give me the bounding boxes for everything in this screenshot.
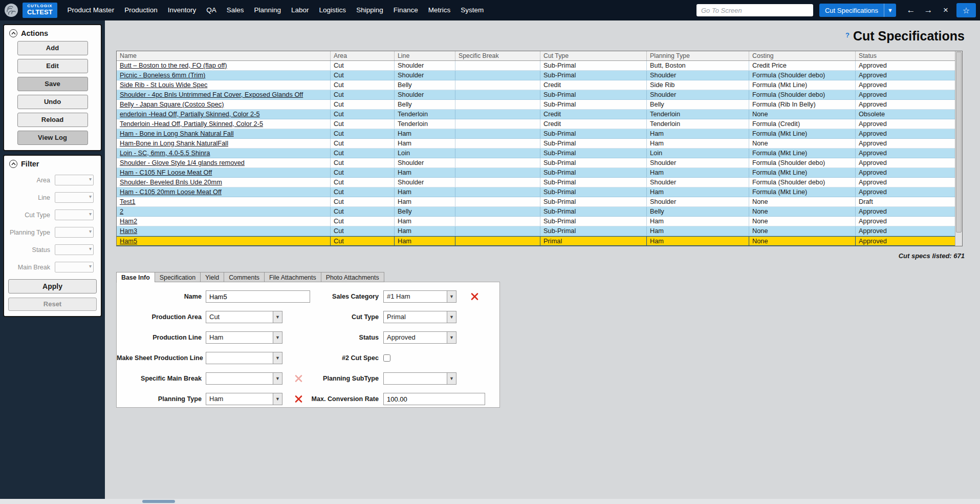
collapse-filter-icon[interactable] xyxy=(9,160,17,168)
grid-cell-name[interactable]: Ham - Bone in Long Shank Natural Fall xyxy=(117,129,331,138)
tab-photo-attachments[interactable]: Photo Attachments xyxy=(321,272,384,282)
grid-cell-name[interactable]: Shoulder - 4pc Bnls Untrimmed Fat Cover,… xyxy=(117,90,331,99)
tab-yield[interactable]: Yield xyxy=(200,272,224,282)
favorite-button[interactable]: ☆ xyxy=(956,3,976,17)
grid-row-shoulder-beveled-bnls-ude-20mm[interactable]: Shoulder- Beveled Bnls Ude 20mmCutShould… xyxy=(117,178,962,187)
app-logo[interactable]: CUTLOGIX CLTEST xyxy=(23,3,57,17)
grid-row-enderloin-head-off-partially-skinned-color-2-5[interactable]: enderloin -Head Off, Partially Skinned, … xyxy=(117,110,962,119)
nav-item-inventory[interactable]: Inventory xyxy=(163,0,202,20)
grid-row-tenderloin-head-off-partially-skinned-color-2-5[interactable]: Tenderloin -Head Off, Partially Skinned,… xyxy=(117,119,962,129)
vertical-scrollbar-thumb[interactable] xyxy=(956,52,962,233)
nav-item-finance[interactable]: Finance xyxy=(388,0,423,20)
help-icon[interactable]: ? xyxy=(845,31,850,39)
filter-select-planning-type[interactable]: ▾ xyxy=(55,227,94,238)
horizontal-scrollbar[interactable] xyxy=(0,499,980,504)
action-button-view-log[interactable]: View Log xyxy=(17,131,88,145)
nav-item-metrics[interactable]: Metrics xyxy=(423,0,456,20)
grid-cell-name[interactable]: Test1 xyxy=(117,197,331,206)
grid-header-specific-break[interactable]: Specific Break xyxy=(455,51,540,60)
grid-row-ham-bone-in-long-shank-natural-fall[interactable]: Ham - Bone in Long Shank Natural FallCut… xyxy=(117,129,962,139)
specific-main-break-select[interactable]: ▼ xyxy=(206,372,282,385)
planning-subtype-select[interactable]: ▼ xyxy=(383,372,456,385)
grid-cell-name[interactable]: Ham5 xyxy=(117,237,331,245)
nav-item-qa[interactable]: QA xyxy=(201,0,222,20)
grid-row-shoulder-glove-style-1-4-glands-removed[interactable]: Shoulder - Glove Style 1/4 glands remove… xyxy=(117,158,962,168)
grid-row-ham-bone-in-long-shank-naturalfall[interactable]: Ham-Bone in Long Shank NaturalFallCutHam… xyxy=(117,139,962,149)
grid-cell-name[interactable]: Shoulder - Glove Style 1/4 glands remove… xyxy=(117,158,331,167)
grid-cell-name[interactable]: Ham2 xyxy=(117,217,331,226)
grid-row-ham-c105-20mm-loose-meat-off[interactable]: Ham - C105 20mm Loose Meat OffCutHamSub-… xyxy=(117,187,962,197)
grid-row-loin-sc-6mm-4-0-5-5-shinra[interactable]: Loin - SC, 6mm, 4.0-5.5 ShinraCutLoinSub… xyxy=(117,149,962,158)
close-button[interactable]: × xyxy=(937,0,954,20)
production-area-select[interactable]: Cut ▼ xyxy=(206,311,282,323)
grid-row-picnic-boneless-6mm-trim[interactable]: Picnic - Boneless 6mm (Trim)CutShoulderS… xyxy=(117,71,962,80)
filter-select-status[interactable]: ▾ xyxy=(55,244,94,255)
cut-spec-2-checkbox[interactable] xyxy=(383,354,390,362)
grid-header-line[interactable]: Line xyxy=(395,51,455,60)
grid-row-ham3[interactable]: Ham3CutHamSub-PrimalHamNoneApproved xyxy=(117,226,962,236)
grid-cell-name[interactable]: Loin - SC, 6mm, 4.0-5.5 Shinra xyxy=(117,149,331,158)
grid-cell-name[interactable]: Belly - Japan Square (Costco Spec) xyxy=(117,100,331,109)
goto-screen-input[interactable] xyxy=(696,4,813,16)
grid-header-name[interactable]: Name xyxy=(117,51,331,60)
reset-button[interactable]: Reset xyxy=(8,298,97,311)
name-input[interactable] xyxy=(206,290,310,303)
filter-select-main-break[interactable]: ▾ xyxy=(55,262,94,272)
action-button-add[interactable]: Add xyxy=(17,41,88,55)
action-button-edit[interactable]: Edit xyxy=(17,59,88,73)
grid-cell-name[interactable]: enderloin -Head Off, Partially Skinned, … xyxy=(117,110,331,119)
action-button-save[interactable]: Save xyxy=(17,77,88,91)
sales-category-select[interactable]: #1 Ham ▼ xyxy=(383,290,456,303)
planning-type-select[interactable]: Ham ▼ xyxy=(206,393,282,405)
grid-cell-name[interactable]: Picnic - Boneless 6mm (Trim) xyxy=(117,71,331,80)
nav-item-planning[interactable]: Planning xyxy=(249,0,287,20)
filter-select-cut-type[interactable]: ▾ xyxy=(55,209,94,220)
grid-cell-name[interactable]: Tenderloin -Head Off, Partially Skinned,… xyxy=(117,119,331,129)
cut-type-select[interactable]: Primal ▼ xyxy=(383,311,456,323)
action-button-reload[interactable]: Reload xyxy=(17,113,88,127)
back-button[interactable]: ← xyxy=(902,0,920,20)
nav-item-product-master[interactable]: Product Master xyxy=(62,0,120,20)
tab-base-info[interactable]: Base Info xyxy=(116,272,155,283)
grid-row-2[interactable]: 2CutBellySub-PrimalBellyNoneApproved xyxy=(117,207,962,217)
grid-cell-name[interactable]: Ham3 xyxy=(117,226,331,236)
grid-cell-name[interactable]: Ham-Bone in Long Shank NaturalFall xyxy=(117,139,331,148)
grid-header-area[interactable]: Area xyxy=(331,51,395,60)
grid-row-ham-c105-nf-loose-meat-off[interactable]: Ham - C105 NF Loose Meat OffCutHamSub-Pr… xyxy=(117,168,962,178)
grid-header-planning-type[interactable]: Planning Type xyxy=(647,51,749,60)
nav-item-labor[interactable]: Labor xyxy=(286,0,314,20)
collapse-actions-icon[interactable] xyxy=(9,29,17,37)
brain-logo-icon[interactable] xyxy=(4,3,18,17)
max-conversion-rate-input[interactable] xyxy=(383,393,485,405)
grid-row-belly-japan-square-costco-spec[interactable]: Belly - Japan Square (Costco Spec)CutBel… xyxy=(117,100,962,110)
screen-selector-dropdown[interactable]: Cut Specifications ▼ xyxy=(819,4,896,17)
horizontal-scrollbar-thumb[interactable] xyxy=(142,500,175,503)
tab-specification[interactable]: Specification xyxy=(155,272,200,282)
forward-button[interactable]: → xyxy=(920,0,937,20)
apply-button[interactable]: Apply xyxy=(8,279,97,293)
vertical-scrollbar[interactable] xyxy=(955,51,962,246)
grid-row-ham5[interactable]: Ham5CutHamPrimalHamNoneApproved xyxy=(117,236,962,246)
filter-select-area[interactable]: ▾ xyxy=(55,175,94,185)
nav-item-logistics[interactable]: Logistics xyxy=(314,0,352,20)
grid-row-butt-boston-to-the-red-fo-flap-off[interactable]: Butt – Boston to the red, FO (flap off)C… xyxy=(117,61,962,71)
grid-cell-name[interactable]: 2 xyxy=(117,207,331,216)
grid-header-costing[interactable]: Costing xyxy=(749,51,856,60)
grid-header-cut-type[interactable]: Cut Type xyxy=(540,51,647,60)
grid-cell-name[interactable]: Butt – Boston to the red, FO (flap off) xyxy=(117,61,331,70)
grid-header-status[interactable]: Status xyxy=(856,51,962,60)
make-sheet-production-line-select[interactable]: ▼ xyxy=(206,352,282,364)
production-line-select[interactable]: Ham ▼ xyxy=(206,331,282,344)
grid-cell-name[interactable]: Ham - C105 NF Loose Meat Off xyxy=(117,168,331,177)
filter-select-line[interactable]: ▾ xyxy=(55,192,94,203)
grid-cell-name[interactable]: Shoulder- Beveled Bnls Ude 20mm xyxy=(117,178,331,187)
clear-sales-category-button[interactable] xyxy=(471,293,478,301)
grid-row-ham2[interactable]: Ham2CutHamSub-PrimalHamNoneApproved xyxy=(117,217,962,226)
nav-item-production[interactable]: Production xyxy=(119,0,163,20)
status-select[interactable]: Approved ▼ xyxy=(383,331,456,344)
nav-item-system[interactable]: System xyxy=(455,0,489,20)
grid-cell-name[interactable]: Ham - C105 20mm Loose Meat Off xyxy=(117,187,331,197)
action-button-undo[interactable]: Undo xyxy=(17,95,88,109)
grid-row-side-rib-st-louis-wide-spec[interactable]: Side Rib - St Louis Wide SpecCutBellyCre… xyxy=(117,80,962,90)
grid-cell-name[interactable]: Side Rib - St Louis Wide Spec xyxy=(117,80,331,90)
